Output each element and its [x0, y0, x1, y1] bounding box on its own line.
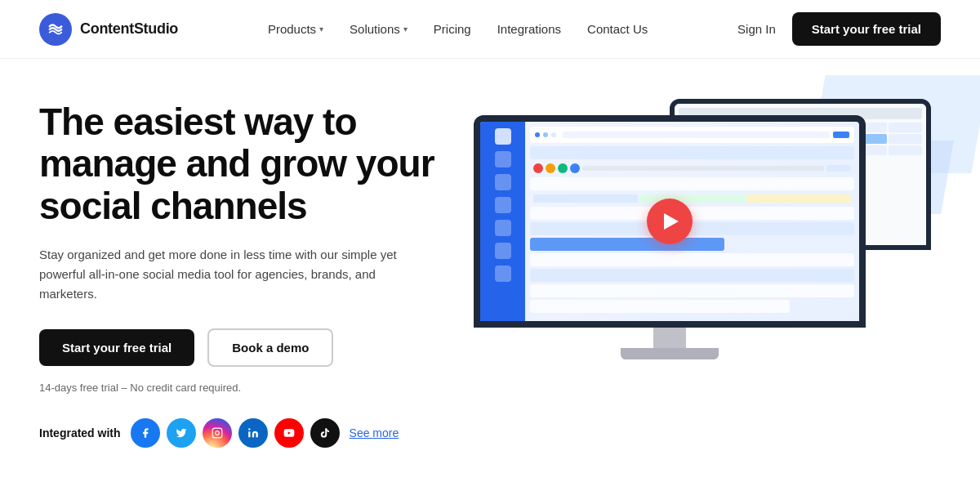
hero-title: The easiest way to manage and grow your … [39, 101, 464, 228]
content-row [530, 146, 854, 159]
social-icons [131, 418, 340, 448]
cal-cell [889, 145, 922, 155]
chevron-down-icon: ▾ [403, 25, 408, 33]
sidebar-item [495, 128, 511, 145]
content-row [530, 284, 854, 297]
topbar-button [833, 132, 849, 138]
topbar-search [563, 132, 830, 138]
sign-in-link[interactable]: Sign In [737, 22, 776, 36]
main-screen [474, 115, 866, 328]
logo[interactable]: ContentStudio [39, 13, 178, 46]
tiktok-icon[interactable] [310, 418, 340, 448]
instagram-icon[interactable] [203, 418, 232, 448]
topbar-dot [543, 132, 548, 137]
hero-left: The easiest way to manage and grow your … [39, 93, 464, 449]
main-nav: Products ▾ Solutions ▾ Pricing Integrati… [268, 22, 648, 36]
integrated-section: Integrated with [39, 418, 464, 448]
sidebar-item [495, 174, 511, 190]
play-button[interactable] [647, 199, 693, 244]
screen-topbar [530, 127, 854, 143]
sidebar-item [495, 197, 511, 213]
twitter-icon[interactable] [167, 418, 196, 448]
trial-note: 14-days free trial – No credit card requ… [39, 382, 464, 394]
svg-point-2 [248, 428, 250, 430]
hero-subtitle: Stay organized and get more done in less… [39, 245, 431, 304]
sidebar-item [495, 266, 511, 282]
hero-buttons: Start your free trial Book a demo [39, 328, 464, 367]
main-content: The easiest way to manage and grow your … [0, 59, 980, 482]
hero-cta-secondary[interactable]: Book a demo [207, 328, 333, 367]
sidebar-item [495, 243, 511, 259]
content-row [530, 269, 854, 282]
content-row [530, 177, 854, 190]
hero-right [464, 59, 941, 482]
nav-solutions[interactable]: Solutions ▾ [350, 22, 408, 36]
linkedin-icon[interactable] [238, 418, 268, 448]
sidebar-item [495, 151, 511, 167]
cal-cell [889, 134, 922, 144]
topbar-dot [535, 132, 540, 137]
nav-products[interactable]: Products ▾ [268, 22, 323, 36]
integrated-label: Integrated with [39, 426, 121, 440]
facebook-icon[interactable] [131, 418, 160, 448]
header: ContentStudio Products ▾ Solutions ▾ Pri… [0, 0, 980, 59]
chevron-down-icon: ▾ [319, 25, 323, 33]
nav-pricing[interactable]: Pricing [434, 22, 471, 36]
main-stand-neck [653, 328, 686, 348]
logo-icon [39, 13, 72, 46]
nav-cta-button[interactable]: Start your free trial [792, 12, 941, 46]
svg-rect-0 [212, 428, 222, 438]
cal-cell [889, 123, 922, 132]
monitor-main [474, 115, 866, 368]
see-more-link[interactable]: See more [350, 426, 399, 440]
main-stand-base [621, 348, 719, 359]
brand-name: ContentStudio [80, 20, 178, 38]
content-rows [530, 146, 854, 316]
content-row [530, 238, 724, 251]
hero-cta-primary[interactable]: Start your free trial [39, 329, 194, 366]
screen-sidebar [480, 122, 525, 321]
topbar-dot [551, 132, 556, 137]
sidebar-item [495, 220, 511, 236]
content-row [530, 300, 790, 313]
nav-contact[interactable]: Contact Us [587, 22, 648, 36]
header-actions: Sign In Start your free trial [737, 12, 941, 46]
nav-integrations[interactable]: Integrations [497, 22, 561, 36]
youtube-icon[interactable] [274, 418, 304, 448]
content-row [530, 253, 854, 266]
monitors-wrapper [474, 99, 931, 442]
